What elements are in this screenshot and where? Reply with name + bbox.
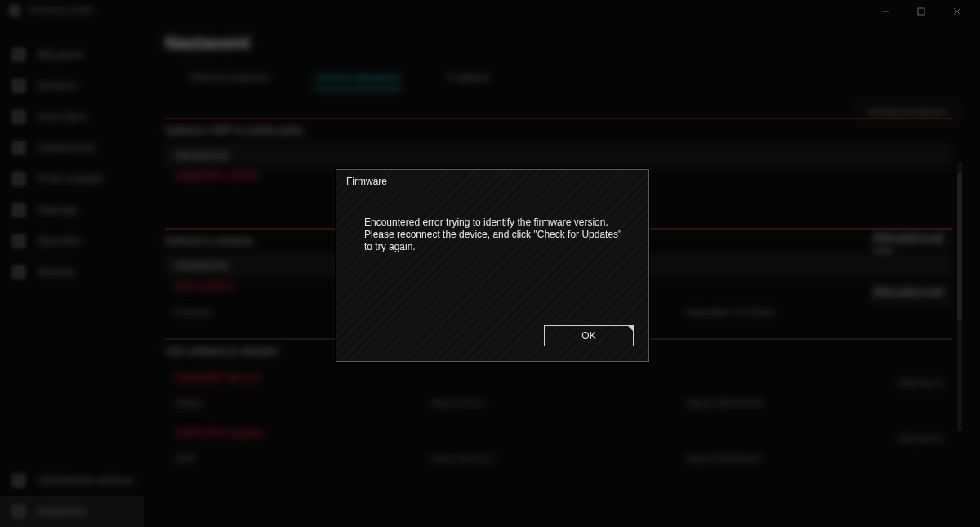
- dialog-message: Encountered error trying to identify the…: [336, 187, 648, 253]
- firmware-error-dialog: Firmware Encountered error trying to ide…: [336, 169, 649, 362]
- ok-button[interactable]: OK: [544, 325, 634, 346]
- dialog-title: Firmware: [336, 170, 648, 187]
